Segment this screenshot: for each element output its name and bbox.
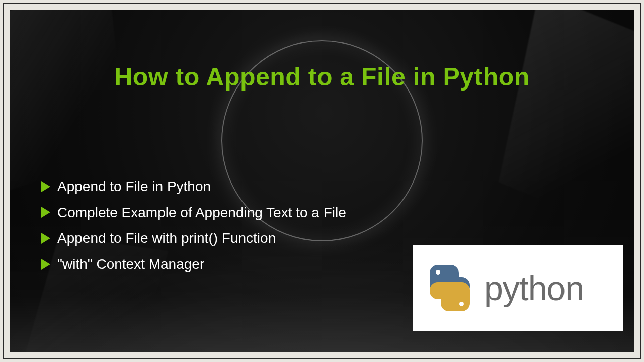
list-item: Append to File with print() Function (41, 230, 604, 247)
bg-shard (10, 10, 127, 193)
list-item: Append to File in Python (41, 178, 604, 195)
triangle-bullet-icon (41, 207, 50, 218)
python-logo-text: python (484, 268, 584, 308)
list-item-label: "with" Context Manager (57, 256, 204, 273)
outer-frame: How to Append to a File in Python Append… (3, 3, 641, 359)
triangle-bullet-icon (41, 259, 50, 270)
python-snake-yellow (441, 282, 470, 311)
list-item-label: Append to File with print() Function (57, 230, 276, 247)
triangle-bullet-icon (41, 233, 50, 244)
python-logo-icon (425, 263, 475, 313)
slide-background: How to Append to a File in Python Append… (10, 10, 634, 352)
slide-title: How to Append to a File in Python (10, 62, 634, 92)
python-logo-card: python (413, 245, 623, 331)
list-item: Complete Example of Appending Text to a … (41, 204, 604, 221)
list-item-label: Append to File in Python (57, 178, 211, 195)
list-item-label: Complete Example of Appending Text to a … (57, 204, 346, 221)
triangle-bullet-icon (41, 181, 50, 192)
